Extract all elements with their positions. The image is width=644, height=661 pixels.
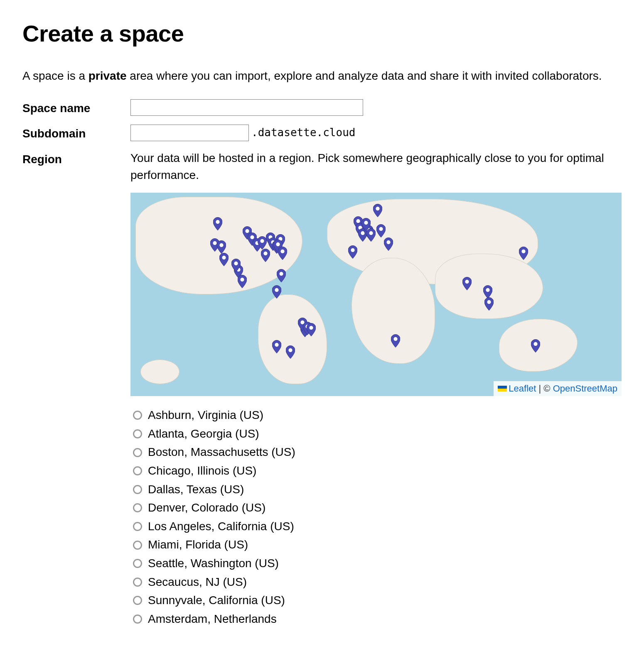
- map-pin-icon[interactable]: [348, 245, 357, 259]
- map-pin-icon[interactable]: [484, 297, 494, 311]
- radio-icon[interactable]: [133, 466, 142, 475]
- radio-icon[interactable]: [133, 503, 142, 512]
- map-pin-icon[interactable]: [286, 345, 295, 359]
- map-pin-icon[interactable]: [272, 340, 281, 353]
- svg-point-25: [309, 326, 313, 329]
- subdomain-suffix: .datasette.cloud: [251, 126, 355, 139]
- subdomain-input[interactable]: [130, 125, 249, 141]
- region-option-label: Los Angeles, California (US): [148, 518, 294, 535]
- map-pin-icon[interactable]: [519, 247, 528, 260]
- region-label: Region: [22, 150, 130, 168]
- region-option[interactable]: Miami, Florida (US): [133, 536, 622, 553]
- region-option-label: Chicago, Illinois (US): [148, 463, 256, 480]
- page-description: A space is a private area where you can …: [22, 68, 622, 85]
- region-option-label: Amsterdam, Netherlands: [148, 611, 277, 628]
- radio-icon[interactable]: [133, 541, 142, 550]
- svg-point-32: [369, 231, 373, 235]
- svg-point-1: [213, 241, 217, 245]
- desc-pre: A space is a: [22, 69, 88, 82]
- svg-point-11: [263, 252, 267, 255]
- map-pin-icon[interactable]: [272, 285, 281, 299]
- page-title: Create a space: [22, 17, 622, 50]
- svg-point-37: [465, 280, 469, 284]
- region-map[interactable]: Leaflet | © OpenStreetMap: [130, 193, 622, 396]
- svg-point-0: [216, 220, 220, 224]
- svg-point-40: [521, 250, 525, 253]
- radio-icon[interactable]: [133, 614, 142, 624]
- svg-point-5: [241, 278, 244, 282]
- map-pin-icon[interactable]: [219, 253, 229, 266]
- radio-icon[interactable]: [133, 596, 142, 605]
- svg-point-6: [234, 262, 238, 265]
- region-option[interactable]: Boston, Massachusetts (US): [133, 444, 622, 461]
- region-option-label: Secaucus, NJ (US): [148, 574, 247, 591]
- region-option-label: Atlanta, Georgia (US): [148, 426, 259, 443]
- region-help-text: Your data will be hosted in a region. Pi…: [130, 150, 622, 184]
- map-pin-icon[interactable]: [277, 269, 286, 282]
- radio-icon[interactable]: [133, 429, 142, 438]
- map-pin-icon[interactable]: [531, 339, 540, 353]
- radio-icon[interactable]: [133, 448, 142, 457]
- map-pin-icon[interactable]: [462, 277, 472, 290]
- svg-point-39: [487, 300, 491, 304]
- region-option[interactable]: Denver, Colorado (US): [133, 499, 622, 517]
- attrib-sep: | ©: [536, 383, 553, 394]
- space-name-input[interactable]: [130, 99, 363, 116]
- map-pin-icon[interactable]: [376, 224, 386, 237]
- map-pin-icon[interactable]: [373, 204, 382, 217]
- region-option[interactable]: Amsterdam, Netherlands: [133, 611, 622, 628]
- region-option[interactable]: Seattle, Washington (US): [133, 555, 622, 572]
- leaflet-link[interactable]: Leaflet: [509, 383, 536, 394]
- radio-icon[interactable]: [133, 578, 142, 587]
- region-option[interactable]: Los Angeles, California (US): [133, 518, 622, 535]
- svg-point-20: [275, 343, 279, 347]
- region-option[interactable]: Atlanta, Georgia (US): [133, 426, 622, 443]
- svg-point-33: [376, 207, 379, 211]
- svg-point-3: [222, 255, 226, 259]
- radio-icon[interactable]: [133, 485, 142, 494]
- region-option-label: Boston, Massachusetts (US): [148, 444, 295, 461]
- region-option-label: Seattle, Washington (US): [148, 555, 279, 572]
- region-option[interactable]: Secaucus, NJ (US): [133, 574, 622, 591]
- svg-point-21: [289, 348, 293, 352]
- svg-point-16: [276, 242, 280, 246]
- osm-link[interactable]: OpenStreetMap: [553, 383, 617, 394]
- map-pin-icon[interactable]: [238, 275, 247, 288]
- region-list: Ashburn, Virginia (US)Atlanta, Georgia (…: [130, 407, 622, 627]
- map-attribution: Leaflet | © OpenStreetMap: [494, 381, 622, 396]
- radio-icon[interactable]: [133, 522, 142, 531]
- region-option-label: Ashburn, Virginia (US): [148, 407, 263, 424]
- region-option-label: Dallas, Texas (US): [148, 481, 244, 498]
- svg-point-18: [279, 272, 283, 276]
- desc-emphasis: private: [88, 69, 127, 82]
- map-pin-icon[interactable]: [391, 334, 400, 348]
- map-pin-icon[interactable]: [231, 259, 241, 272]
- svg-point-2: [219, 243, 223, 247]
- map-pin-icon[interactable]: [213, 217, 222, 230]
- map-pin-icon[interactable]: [384, 237, 393, 251]
- map-pin-icon[interactable]: [483, 285, 492, 299]
- svg-point-19: [275, 288, 279, 292]
- region-option-label: Sunnyvale, California (US): [148, 592, 285, 609]
- region-option[interactable]: Ashburn, Virginia (US): [133, 407, 622, 424]
- subdomain-label: Subdomain: [22, 124, 130, 142]
- region-option[interactable]: Dallas, Texas (US): [133, 481, 622, 498]
- map-pin-icon[interactable]: [217, 240, 226, 254]
- svg-point-26: [351, 248, 355, 252]
- map-pin-icon[interactable]: [307, 323, 316, 336]
- radio-icon[interactable]: [133, 559, 142, 568]
- svg-point-31: [364, 221, 368, 225]
- map-pin-icon[interactable]: [258, 236, 267, 250]
- region-option-label: Denver, Colorado (US): [148, 499, 265, 517]
- desc-post: area where you can import, explore and a…: [127, 69, 602, 82]
- svg-point-35: [386, 240, 390, 244]
- radio-icon[interactable]: [133, 411, 142, 420]
- svg-point-36: [394, 337, 398, 340]
- map-pin-icon[interactable]: [366, 228, 376, 242]
- map-pin-icon[interactable]: [278, 247, 287, 260]
- svg-point-10: [260, 239, 264, 243]
- region-option[interactable]: Chicago, Illinois (US): [133, 463, 622, 480]
- region-option[interactable]: Sunnyvale, California (US): [133, 592, 622, 609]
- svg-point-38: [486, 288, 490, 292]
- svg-point-41: [534, 342, 538, 346]
